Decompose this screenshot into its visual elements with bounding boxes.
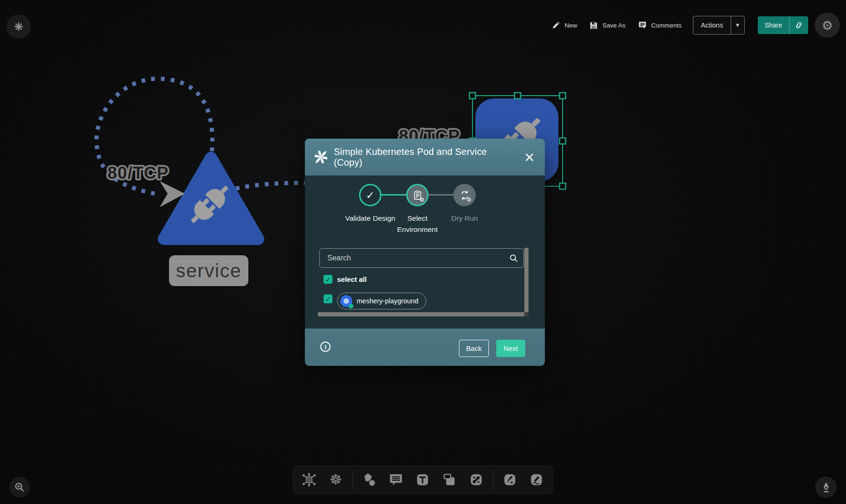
save-as-button[interactable]: Save As	[589, 21, 626, 30]
pen-nib-icon	[820, 482, 832, 493]
gear-icon: ⚙	[822, 19, 833, 32]
step-dry-run[interactable]: ⚙	[453, 184, 476, 206]
comment-icon	[638, 21, 647, 30]
media-icon[interactable]	[439, 469, 460, 490]
gear-icon: ⚙	[466, 197, 472, 203]
step-label-dry-run: Dry Run	[437, 213, 493, 224]
step-connector	[429, 194, 453, 196]
pencil-icon	[552, 21, 560, 29]
kubernetes-icon: ☸	[340, 295, 352, 308]
meshery-logo-button[interactable]	[7, 14, 31, 39]
meshery-logo-icon	[315, 151, 327, 163]
shapes-icon[interactable]	[359, 469, 380, 490]
pen-mode-button[interactable]	[815, 476, 837, 498]
vertical-scrollbar[interactable]	[524, 248, 529, 312]
component-icon[interactable]	[299, 469, 319, 490]
step-connector	[381, 194, 406, 196]
scrollbar-corner	[524, 312, 529, 316]
select-all-label: select all	[337, 275, 367, 283]
modal-title: Simple Kubernetes Pod and Service (Copy)	[334, 147, 517, 168]
comment-icon[interactable]	[386, 469, 406, 490]
service-node[interactable]	[164, 158, 258, 239]
save-icon	[589, 21, 598, 30]
share-button[interactable]: Share	[758, 16, 808, 34]
kubernetes-icon[interactable]: ☸	[325, 469, 346, 490]
deploy-design-modal: Simple Kubernetes Pod and Service (Copy)…	[305, 139, 545, 366]
actions-button[interactable]: Actions ▼	[693, 16, 745, 35]
new-button[interactable]: New	[552, 21, 577, 29]
step-validate-design[interactable]: ✓	[359, 184, 381, 206]
meshery-logo-icon	[14, 21, 24, 32]
toolbar-divider	[493, 470, 493, 489]
next-button[interactable]: Next	[496, 340, 525, 357]
connected-status-dot	[349, 304, 353, 308]
comments-button[interactable]: Comments	[638, 21, 682, 30]
canvas-toolbar: ☸	[293, 465, 553, 494]
check-icon: ✓	[325, 295, 331, 303]
environment-search-input[interactable]	[319, 248, 524, 268]
horizontal-scrollbar[interactable]	[318, 312, 524, 316]
environment-checkbox[interactable]: ✓	[324, 294, 332, 303]
check-icon: ✓	[325, 276, 331, 283]
zoom-in-button[interactable]	[9, 477, 30, 497]
copy-link-icon[interactable]	[790, 21, 808, 29]
toolbar-divider	[352, 470, 353, 489]
pen-tool-icon[interactable]	[500, 469, 520, 490]
chevron-down-icon[interactable]: ▼	[731, 23, 744, 28]
step-select-environment[interactable]: ⚙	[406, 184, 429, 206]
gear-icon: ⚙	[419, 197, 424, 203]
environment-chip[interactable]: ☸ meshery-playground	[337, 293, 426, 309]
back-button[interactable]: Back	[459, 340, 489, 357]
settings-button[interactable]: ⚙	[815, 13, 840, 38]
text-icon[interactable]	[412, 469, 433, 490]
select-all-checkbox[interactable]: ✓	[324, 275, 332, 284]
check-icon: ✓	[366, 189, 374, 201]
sketch-icon[interactable]	[526, 469, 547, 490]
header-toolbar: New Save As Comments Actions ▼ Share	[552, 15, 840, 35]
meshery-design-canvas-page: { "canvas": { "service_node_label": "ser…	[0, 0, 846, 504]
environment-name: meshery-playground	[357, 297, 418, 305]
relationship-icon[interactable]	[466, 469, 486, 490]
info-icon[interactable]: i	[320, 342, 331, 352]
modal-header: Simple Kubernetes Pod and Service (Copy)…	[305, 139, 545, 175]
service-node-label: service	[169, 255, 248, 286]
close-icon[interactable]: ×	[524, 150, 535, 164]
zoom-in-icon	[14, 482, 25, 493]
edge-label-port: 80/TCP	[107, 163, 169, 182]
modal-footer: i Back Next	[305, 329, 545, 366]
search-icon[interactable]	[509, 253, 519, 263]
